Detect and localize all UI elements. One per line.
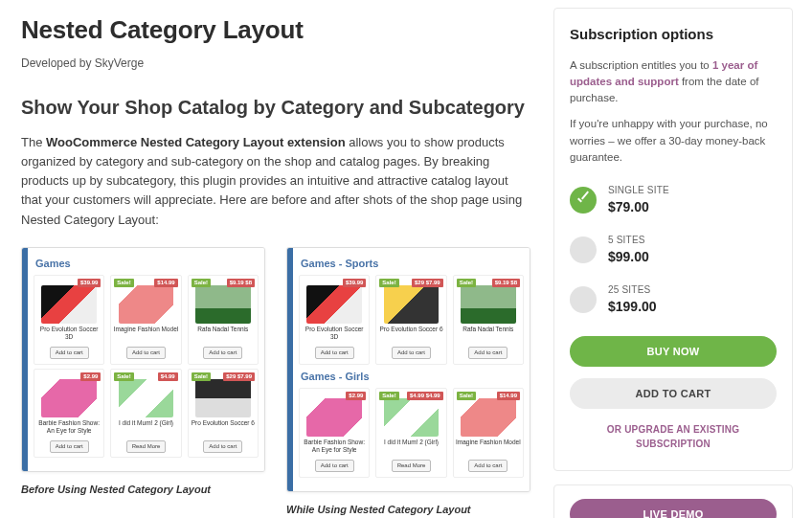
product-thumb xyxy=(119,285,174,324)
sale-badge: Sale! xyxy=(457,392,476,400)
sale-badge: Sale! xyxy=(192,279,211,287)
live-demo-button[interactable]: LIVE DEMO xyxy=(570,499,777,518)
demo-panel: LIVE DEMO xyxy=(553,484,793,518)
check-icon[interactable] xyxy=(570,187,597,214)
buy-now-button[interactable]: BUY NOW xyxy=(570,336,777,367)
product-thumb xyxy=(461,398,516,437)
product-card[interactable]: Sale!$29 $7.99Pro Evolution Soccer 6Add … xyxy=(188,369,259,459)
product-thumb xyxy=(41,379,97,417)
product-action-button[interactable]: Add to cart xyxy=(203,440,242,453)
price-badge: $4.99 xyxy=(158,372,178,381)
price-badge: $9.19 $8 xyxy=(227,279,255,287)
category-title[interactable]: Games - Sports xyxy=(301,256,524,272)
product-thumb xyxy=(195,379,251,417)
pricing-tier[interactable]: 25 SITES$199.00 xyxy=(570,275,777,325)
sale-badge: Sale! xyxy=(379,279,398,287)
product-card[interactable]: Sale!$29 $7.99Pro Evolution Soccer 6Add … xyxy=(375,275,446,365)
product-action-button[interactable]: Read More xyxy=(126,440,167,453)
product-card[interactable]: Sale!$9.19 $8Rafa Nadal TennisAdd to car… xyxy=(453,275,524,365)
product-title: Barbie Fashion Show: An Eye for Style xyxy=(300,439,369,454)
product-card[interactable]: Sale!$14.99Imagine Fashion ModelAdd to c… xyxy=(453,388,524,478)
desc-prefix: The xyxy=(21,135,46,149)
product-row: $2.99Barbie Fashion Show: An Eye for Sty… xyxy=(34,369,259,459)
price-badge: $2.99 xyxy=(346,392,366,400)
pricing-tier[interactable]: SINGLE SITE$79.00 xyxy=(570,175,777,225)
product-thumb xyxy=(384,398,440,437)
upgrade-link[interactable]: OR UPGRADE AN EXISTING SUBSCRIPTION xyxy=(570,422,777,451)
sidebar-heading: Subscription options xyxy=(570,24,777,46)
product-card[interactable]: Sale!$4.99I did it Mum! 2 (Girl)Read Mor… xyxy=(110,369,181,459)
product-action-button[interactable]: Read More xyxy=(392,460,432,472)
product-action-button[interactable]: Add to cart xyxy=(50,440,89,453)
sidebar: Subscription options A subscription enti… xyxy=(553,8,793,518)
tier-price: $79.00 xyxy=(608,197,669,217)
product-card[interactable]: $39.99Pro Evolution Soccer 3DAdd to cart xyxy=(34,275,104,365)
before-caption: Before Using Nested Category Layout xyxy=(21,482,265,498)
product-action-button[interactable]: Add to cart xyxy=(126,347,166,359)
product-title: Pro Evolution Soccer 6 xyxy=(189,419,258,435)
price-badge: $4.99 $4.99 xyxy=(407,392,443,400)
price-badge: $29 $7.99 xyxy=(412,279,443,287)
product-row: $2.99Barbie Fashion Show: An Eye for Sty… xyxy=(299,388,524,478)
product-card[interactable]: Sale!$14.99Imagine Fashion ModelAdd to c… xyxy=(110,275,181,365)
tier-list: SINGLE SITE$79.005 SITES$99.0025 SITES$1… xyxy=(570,175,777,325)
tier-text: SINGLE SITE$79.00 xyxy=(608,183,669,217)
sale-badge: Sale! xyxy=(457,279,476,287)
product-title: I did it Mum! 2 (Girl) xyxy=(376,439,445,454)
after-caption: While Using Nested Category Layout xyxy=(286,502,530,518)
desc-bold: WooCommerce Nested Category Layout exten… xyxy=(46,135,346,149)
radio-icon[interactable] xyxy=(570,236,597,263)
price-badge: $29 $7.99 xyxy=(223,372,255,381)
sale-badge: Sale! xyxy=(192,372,211,381)
comparison-shots: Games$39.99Pro Evolution Soccer 3DAdd to… xyxy=(21,247,530,518)
product-title: Rafa Nadal Tennis xyxy=(454,326,523,341)
pricing-tier[interactable]: 5 SITES$99.00 xyxy=(570,225,777,275)
product-row: $39.99Pro Evolution Soccer 3DAdd to cart… xyxy=(299,275,524,365)
product-card[interactable]: $2.99Barbie Fashion Show: An Eye for Sty… xyxy=(34,369,104,459)
radio-icon[interactable] xyxy=(570,286,597,313)
price-badge: $9.19 $8 xyxy=(492,279,520,287)
product-title: Pro Evolution Soccer 6 xyxy=(376,326,445,341)
tier-label: SINGLE SITE xyxy=(608,183,669,197)
price-badge: $14.99 xyxy=(154,279,177,287)
product-card[interactable]: $39.99Pro Evolution Soccer 3DAdd to cart xyxy=(299,275,370,365)
product-card[interactable]: Sale!$9.19 $8Rafa Nadal TennisAdd to car… xyxy=(188,275,259,365)
product-thumb xyxy=(41,285,97,324)
sale-badge: Sale! xyxy=(114,279,133,287)
product-thumb xyxy=(461,285,516,324)
page-title: Nested Category Layout xyxy=(21,11,530,49)
developer-link[interactable]: SkyVerge xyxy=(95,56,144,70)
product-title: Imagine Fashion Model xyxy=(454,439,523,454)
product-thumb xyxy=(119,379,174,417)
blurb1-prefix: A subscription entitles you to xyxy=(570,59,712,71)
before-column: Games$39.99Pro Evolution Soccer 3DAdd to… xyxy=(21,247,265,498)
product-action-button[interactable]: Add to cart xyxy=(392,347,431,359)
product-action-button[interactable]: Add to cart xyxy=(468,347,508,359)
price-badge: $39.99 xyxy=(343,279,366,287)
product-thumb xyxy=(195,285,251,324)
after-frame: Games - Sports$39.99Pro Evolution Soccer… xyxy=(286,247,530,492)
description: The WooCommerce Nested Category Layout e… xyxy=(21,133,530,230)
product-action-button[interactable]: Add to cart xyxy=(315,460,354,472)
sidebar-blurb-1: A subscription entitles you to 1 year of… xyxy=(570,57,777,107)
sale-badge: Sale! xyxy=(114,372,133,381)
product-card[interactable]: $2.99Barbie Fashion Show: An Eye for Sty… xyxy=(299,388,370,478)
category-title[interactable]: Games xyxy=(35,256,259,272)
product-action-button[interactable]: Add to cart xyxy=(315,347,354,359)
product-action-button[interactable]: Add to cart xyxy=(468,460,508,472)
developed-by-prefix: Developed by xyxy=(21,56,95,70)
product-title: Barbie Fashion Show: An Eye for Style xyxy=(34,419,103,435)
sale-badge: Sale! xyxy=(379,392,398,400)
product-action-button[interactable]: Add to cart xyxy=(203,347,242,359)
tier-price: $99.00 xyxy=(608,247,649,267)
product-action-button[interactable]: Add to cart xyxy=(50,347,89,359)
price-badge: $39.99 xyxy=(78,279,101,287)
product-card[interactable]: Sale!$4.99 $4.99I did it Mum! 2 (Girl)Re… xyxy=(375,388,446,478)
category-title[interactable]: Games - Girls xyxy=(301,369,524,385)
tier-price: $199.00 xyxy=(608,297,657,317)
sidebar-blurb-2: If you're unhappy with your purchase, no… xyxy=(570,116,777,166)
tier-label: 5 SITES xyxy=(608,233,649,247)
developed-by: Developed by SkyVerge xyxy=(21,55,530,72)
product-title: Rafa Nadal Tennis xyxy=(189,326,258,341)
add-to-cart-button[interactable]: ADD TO CART xyxy=(570,378,777,409)
